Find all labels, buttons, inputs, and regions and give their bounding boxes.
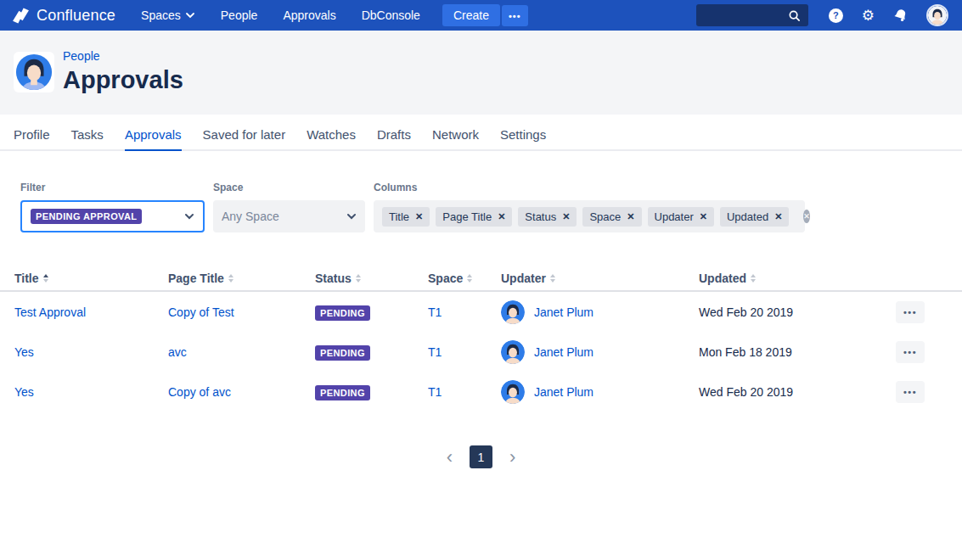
sort-icon: [228, 274, 233, 283]
table-row: Yes avc PENDING T1 Janet Plum Mon Feb 18…: [0, 332, 962, 372]
tab-saved-for-later[interactable]: Saved for later: [203, 127, 286, 151]
remove-tag-icon[interactable]: ✕: [562, 212, 570, 221]
remove-tag-icon[interactable]: ✕: [627, 212, 634, 221]
sort-icon: [467, 274, 472, 283]
column-header-updater[interactable]: Updater: [501, 272, 699, 285]
page-title: Approvals: [63, 66, 183, 94]
row-title-link[interactable]: Yes: [14, 345, 168, 359]
help-icon: ?: [829, 8, 843, 23]
updated-date: Mon Feb 18 2019: [699, 345, 896, 359]
chevron-down-icon: [346, 211, 357, 221]
updated-date: Wed Feb 20 2019: [699, 385, 896, 399]
row-space-link[interactable]: T1: [428, 305, 501, 319]
columns-multiselect[interactable]: Title✕ Page Title✕ Status✕ Space✕ Update…: [374, 200, 805, 232]
nav-item-people[interactable]: People: [221, 8, 258, 22]
table-row: Yes Copy of avc PENDING T1 Janet Plum We…: [0, 372, 962, 412]
chevron-down-icon: [184, 211, 194, 221]
sort-icon: [751, 274, 756, 283]
tab-settings[interactable]: Settings: [500, 127, 546, 151]
status-badge: PENDING: [315, 345, 370, 361]
tab-profile[interactable]: Profile: [14, 127, 50, 151]
tab-network[interactable]: Network: [432, 127, 479, 151]
row-actions-button[interactable]: •••: [896, 301, 925, 323]
remove-tag-icon[interactable]: ✕: [498, 212, 505, 221]
columns-label: Columns: [374, 182, 805, 193]
space-label: Space: [213, 182, 365, 193]
user-avatar[interactable]: [926, 4, 948, 26]
clear-all-icon[interactable]: ✕: [803, 210, 810, 223]
column-header-title[interactable]: Title: [14, 272, 168, 285]
column-tag-title: Title✕: [382, 207, 430, 227]
row-actions-button[interactable]: •••: [896, 381, 925, 403]
column-header-updated[interactable]: Updated: [699, 272, 896, 285]
row-title-link[interactable]: Test Approval: [14, 305, 168, 319]
next-page-icon[interactable]: ›: [506, 448, 519, 467]
space-select[interactable]: Any Space: [213, 200, 365, 232]
columns-field: Columns Title✕ Page Title✕ Status✕ Space…: [374, 182, 805, 232]
pagination: ‹ 1 ›: [0, 445, 962, 468]
filter-select[interactable]: PENDING APPROVAL: [20, 200, 205, 232]
row-space-link[interactable]: T1: [428, 345, 501, 359]
filter-value-lozenge: PENDING APPROVAL: [31, 209, 142, 224]
nav-item-spaces[interactable]: Spaces: [141, 8, 195, 22]
remove-tag-icon[interactable]: ✕: [774, 212, 782, 221]
filter-bar: Filter PENDING APPROVAL Space Any Space …: [0, 151, 962, 232]
search-input-container[interactable]: [696, 4, 808, 26]
filter-field: Filter PENDING APPROVAL: [20, 182, 205, 232]
sort-icon: [356, 274, 361, 283]
previous-page-icon[interactable]: ‹: [443, 448, 456, 467]
table-row: Test Approval Copy of Test PENDING T1 Ja…: [0, 292, 962, 332]
profile-avatar: [14, 53, 53, 92]
page-header: People Approvals: [0, 31, 962, 115]
column-tag-updated: Updated✕: [720, 207, 789, 227]
page-1-button[interactable]: 1: [470, 445, 492, 468]
create-button[interactable]: Create: [442, 4, 500, 26]
remove-tag-icon[interactable]: ✕: [700, 212, 707, 221]
tab-watches[interactable]: Watches: [307, 127, 356, 151]
person-icon: [501, 380, 525, 404]
search-input[interactable]: [696, 9, 788, 22]
updater-name-link[interactable]: Janet Plum: [534, 305, 594, 319]
column-tag-space: Space✕: [582, 207, 641, 227]
tab-tasks[interactable]: Tasks: [71, 127, 104, 151]
row-title-link[interactable]: Yes: [14, 385, 168, 399]
remove-tag-icon[interactable]: ✕: [415, 212, 423, 221]
status-badge: PENDING: [315, 385, 370, 400]
updater-name-link[interactable]: Janet Plum: [534, 345, 594, 359]
space-select-value: Any Space: [222, 210, 279, 223]
breadcrumb-people-link[interactable]: People: [63, 49, 183, 63]
chevron-down-icon: [185, 10, 195, 20]
updater-avatar[interactable]: [501, 340, 525, 364]
help-button[interactable]: ?: [829, 8, 843, 23]
row-space-link[interactable]: T1: [428, 385, 501, 399]
updater-avatar[interactable]: [501, 300, 525, 324]
tab-drafts[interactable]: Drafts: [377, 127, 411, 151]
nav-more-button[interactable]: •••: [502, 5, 528, 26]
column-header-page-title[interactable]: Page Title: [168, 272, 315, 285]
row-page-title-link[interactable]: Copy of Test: [168, 305, 315, 319]
row-page-title-link[interactable]: Copy of avc: [168, 385, 315, 399]
settings-button[interactable]: ⚙: [862, 8, 875, 23]
notifications-button[interactable]: [893, 8, 908, 23]
gear-icon: ⚙: [862, 8, 875, 23]
space-field: Space Any Space: [213, 182, 365, 232]
person-icon: [928, 6, 947, 25]
tab-approvals[interactable]: Approvals: [125, 127, 182, 151]
confluence-brand[interactable]: Confluence: [12, 7, 115, 25]
brand-name: Confluence: [37, 7, 115, 25]
row-page-title-link[interactable]: avc: [168, 345, 315, 359]
column-header-status[interactable]: Status: [315, 272, 428, 285]
filter-label: Filter: [20, 182, 205, 193]
column-header-space[interactable]: Space: [428, 272, 501, 285]
updated-date: Wed Feb 20 2019: [699, 305, 896, 319]
top-navigation: Confluence Spaces People Approvals DbCon…: [0, 0, 962, 31]
nav-item-dbconsole[interactable]: DbConsole: [362, 8, 420, 22]
person-icon: [501, 340, 525, 364]
row-actions-button[interactable]: •••: [896, 341, 925, 363]
status-badge: PENDING: [315, 305, 370, 321]
table-header-row: Title Page Title Status Space Updater Up…: [0, 266, 962, 292]
nav-item-approvals[interactable]: Approvals: [283, 8, 335, 22]
updater-name-link[interactable]: Janet Plum: [534, 385, 594, 399]
updater-avatar[interactable]: [501, 380, 525, 404]
profile-avatar-tile[interactable]: [14, 52, 54, 92]
